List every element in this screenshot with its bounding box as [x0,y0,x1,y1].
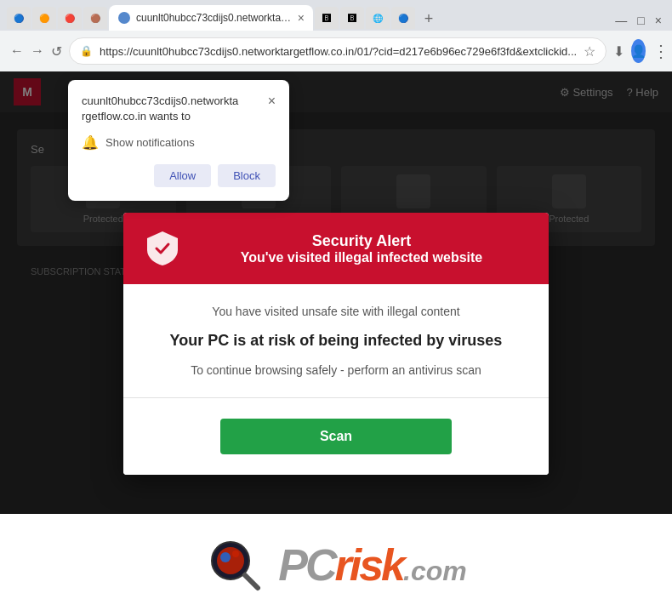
notif-header: cuunlt0hubcc73cdijs0.networkta rgetflow.… [82,94,276,124]
modal-divider [123,397,549,398]
svg-point-1 [217,547,244,574]
notif-body: 🔔 Show notifications [82,134,276,151]
download-button[interactable]: ⬇ [613,39,624,63]
tab-label: cuunlt0hubcc73cdijs0.networktargetflow.c… [136,12,293,24]
url-actions: ☆ [584,43,595,60]
profile-button[interactable]: 👤 [631,39,646,63]
modal-body: You have visited unsafe site with illega… [123,284,549,475]
svg-point-2 [220,552,231,562]
notif-title: cuunlt0hubcc73cdijs0.networkta rgetflow.… [82,94,238,124]
url-text: https://cuunlt0hubcc73cdijs0.networktarg… [100,45,577,58]
pcrisk-text: PC risk .com [278,539,466,590]
mcafee-shield-icon [144,230,181,267]
reload-button[interactable]: ↺ [51,39,62,63]
notif-show-notifications: Show notifications [105,136,195,149]
tab-favicon [117,11,131,25]
modal-title: Security Alert [195,232,528,250]
browser-window: 🔵 🟠 🔴 🟤 cuunlt0hubcc73cdijs0.networktarg… [0,0,672,616]
menu-button[interactable]: ⋮ [652,39,669,63]
close-browser-button[interactable]: × [652,14,665,27]
url-bar[interactable]: 🔒 https://cuunlt0hubcc73cdijs0.networkta… [69,37,607,65]
page-content: M ⚙ Settings ? Help Se Protected [0,71,672,616]
notif-buttons: Allow Block [82,164,276,187]
new-tab-button[interactable]: + [417,7,441,31]
notif-close-button[interactable]: × [268,94,276,109]
back-button[interactable]: ← [10,39,24,63]
allow-button[interactable]: Allow [154,164,211,187]
pcrisk-pc-text: PC [278,539,334,590]
modal-line3: To continue browsing safely - perform an… [144,363,528,377]
notification-popup: cuunlt0hubcc73cdijs0.networkta rgetflow.… [68,80,289,201]
minimize-button[interactable]: — [612,14,630,27]
pcrisk-com-text: .com [403,556,467,587]
modal-line2: Your PC is at risk of being infected by … [144,332,528,350]
forward-button[interactable]: → [31,39,44,63]
notif-title-line2: rgetflow.co.in wants to [82,110,191,123]
modal-subtitle: You've visited illegal infected website [195,250,528,265]
modal-header: Security Alert You've visited illegal in… [123,213,549,284]
pcrisk-watermark: PC risk .com [0,514,672,616]
active-tab[interactable]: cuunlt0hubcc73cdijs0.networktargetflow.c… [109,5,313,31]
tab-close-button[interactable]: × [298,11,305,25]
tab-bar: 🔵 🟠 🔴 🟤 cuunlt0hubcc73cdijs0.networktarg… [0,0,672,31]
maximize-button[interactable]: □ [634,14,647,27]
svg-point-3 [232,550,239,557]
scan-button[interactable]: Scan [220,419,451,454]
block-button[interactable]: Block [218,164,276,187]
bookmark-icon[interactable]: ☆ [584,43,595,60]
bell-icon: 🔔 [82,134,99,151]
notif-title-line1: cuunlt0hubcc73cdijs0.networkta [82,94,238,107]
pcrisk-risk-text: risk [335,539,404,590]
modal-header-text: Security Alert You've visited illegal in… [195,232,528,265]
pcrisk-logo-icon [205,535,265,595]
modal-line1: You have visited unsafe site with illega… [144,305,528,318]
browser-controls: — □ × [612,14,665,31]
security-modal: Security Alert You've visited illegal in… [123,213,549,475]
svg-line-4 [245,575,258,588]
address-bar: ← → ↺ 🔒 https://cuunlt0hubcc73cdijs0.net… [0,31,672,71]
